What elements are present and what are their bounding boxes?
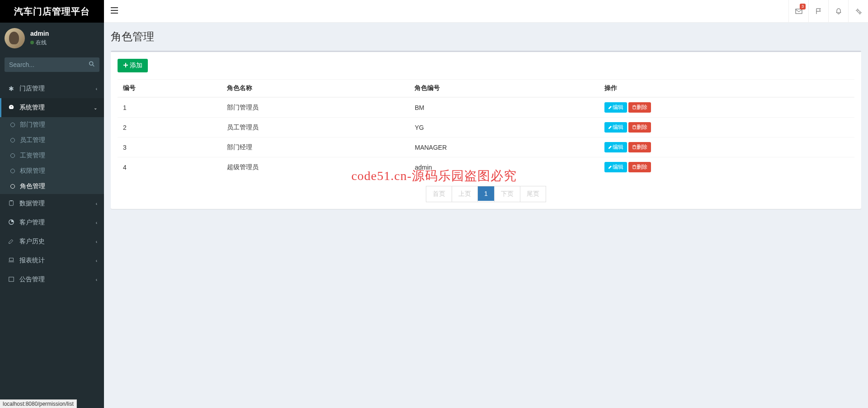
nav-label: 系统管理 — [19, 104, 94, 112]
cell-ops: 编辑 删除 — [599, 97, 854, 118]
page-link: 尾页 — [520, 186, 546, 202]
add-button[interactable]: 添加 — [118, 59, 148, 72]
page-link: 上页 — [452, 186, 477, 202]
laptop-icon — [7, 257, 16, 265]
username: admin — [30, 30, 49, 37]
trash-icon — [632, 164, 637, 171]
svg-rect-7 — [796, 9, 802, 14]
status-dot-icon — [30, 41, 34, 44]
nav-item-system[interactable]: 系统管理 ⌄ — [0, 98, 104, 117]
pencil-icon — [608, 124, 613, 131]
gears-icon — [855, 8, 862, 15]
nav-item-history[interactable]: 客户历史 ‹ — [0, 232, 104, 251]
main: 3 角色管理 添加 编号 角色名称 — [104, 0, 868, 408]
nav-label: 数据管理 — [19, 199, 96, 208]
circle-icon — [9, 167, 16, 175]
mail-badge: 3 — [800, 4, 806, 9]
chevron-left-icon: ‹ — [96, 201, 97, 206]
delete-button[interactable]: 删除 — [628, 102, 651, 113]
brand-logo: 汽车门店管理平台 — [0, 0, 104, 23]
svg-rect-3 — [10, 200, 12, 201]
search-box — [5, 57, 99, 72]
cell-code: YG — [409, 118, 599, 138]
sub-item-role[interactable]: 角色管理 — [0, 179, 104, 194]
delete-button[interactable]: 删除 — [628, 142, 651, 152]
cell-id: 1 — [118, 97, 222, 118]
pie-chart-icon — [7, 219, 16, 227]
mail-button[interactable]: 3 — [788, 0, 808, 22]
nav-item-data[interactable]: 数据管理 ‹ — [0, 194, 104, 213]
sub-label: 角色管理 — [20, 182, 45, 190]
hamburger-icon[interactable] — [111, 7, 118, 15]
page-prev[interactable]: 上页 — [452, 186, 478, 202]
gears-button[interactable] — [848, 0, 868, 22]
cell-name: 部门管理员 — [222, 97, 410, 118]
delete-button[interactable]: 删除 — [628, 162, 651, 172]
chevron-left-icon: ‹ — [96, 220, 97, 225]
edit-button[interactable]: 编辑 — [604, 162, 627, 172]
search-input[interactable] — [5, 57, 99, 72]
bell-button[interactable] — [828, 0, 848, 22]
chevron-left-icon: ‹ — [96, 258, 97, 263]
user-status: 在线 — [30, 39, 49, 47]
flag-button[interactable] — [808, 0, 828, 22]
sub-item-permission[interactable]: 权限管理 — [0, 163, 104, 179]
content: 添加 编号 角色名称 角色编号 操作 1部门管理员BM 编辑 删除2员工管理员Y… — [104, 51, 868, 216]
cell-id: 2 — [118, 118, 222, 138]
page-first[interactable]: 首页 — [426, 186, 452, 202]
pagination: 首页 上页 1 下页 尾页 — [118, 186, 854, 202]
edit-button[interactable]: 编辑 — [604, 102, 627, 113]
chevron-down-icon: ⌄ — [94, 105, 97, 110]
svg-point-0 — [90, 62, 93, 65]
sub-item-salary[interactable]: 工资管理 — [0, 148, 104, 163]
circle-icon — [9, 137, 16, 144]
nav-label: 客户历史 — [19, 237, 96, 246]
plus-icon — [123, 62, 128, 69]
sub-item-department[interactable]: 部门管理 — [0, 117, 104, 133]
nav-label: 报表统计 — [19, 256, 96, 265]
edit-button[interactable]: 编辑 — [604, 142, 627, 152]
cell-ops: 编辑 删除 — [599, 138, 854, 157]
sub-item-employee[interactable]: 员工管理 — [0, 133, 104, 148]
cell-name: 部门经理 — [222, 138, 410, 157]
nav-item-announce[interactable]: 公告管理 ‹ — [0, 270, 104, 289]
avatar[interactable] — [5, 28, 25, 48]
page-title: 角色管理 — [111, 29, 861, 44]
svg-point-9 — [859, 12, 861, 14]
user-panel: admin 在线 — [0, 23, 104, 54]
nav-label: 公告管理 — [19, 275, 96, 284]
svg-rect-5 — [9, 258, 14, 261]
cell-ops: 编辑 删除 — [599, 118, 854, 138]
trash-icon — [632, 144, 637, 151]
page-link: 首页 — [426, 186, 452, 202]
box: 添加 编号 角色名称 角色编号 操作 1部门管理员BM 编辑 删除2员工管理员Y… — [111, 51, 861, 209]
nav-item-store[interactable]: ✱ 门店管理 ‹ — [0, 79, 104, 98]
nav-submenu-system: 部门管理 员工管理 工资管理 权限管理 角色管理 — [0, 117, 104, 194]
page-current[interactable]: 1 — [478, 186, 495, 202]
clipboard-icon — [7, 200, 16, 208]
page-last[interactable]: 尾页 — [520, 186, 546, 202]
page-next[interactable]: 下页 — [495, 186, 520, 202]
cell-code: BM — [409, 97, 599, 118]
flag-icon — [815, 8, 822, 15]
table-row: 1部门管理员BM 编辑 删除 — [118, 97, 854, 118]
nav-item-report[interactable]: 报表统计 ‹ — [0, 251, 104, 270]
circle-icon — [9, 183, 16, 190]
joomla-icon: ✱ — [7, 85, 16, 92]
table-header-row: 编号 角色名称 角色编号 操作 — [118, 80, 854, 98]
nav-label: 门店管理 — [19, 85, 96, 93]
svg-line-1 — [93, 65, 94, 66]
search-icon[interactable] — [89, 61, 95, 69]
nav-item-customer[interactable]: 客户管理 ‹ — [0, 213, 104, 232]
content-header: 角色管理 — [104, 23, 868, 51]
edit-button[interactable]: 编辑 — [604, 122, 627, 133]
status-text: 在线 — [36, 39, 47, 46]
svg-rect-6 — [9, 277, 14, 281]
cell-code: admin — [409, 157, 599, 177]
topbar: 3 — [104, 0, 868, 23]
delete-button[interactable]: 删除 — [628, 122, 651, 133]
th-ops: 操作 — [599, 80, 854, 98]
table-row: 3部门经理MANAGER 编辑 删除 — [118, 138, 854, 157]
th-code: 角色编号 — [409, 80, 599, 98]
cell-id: 3 — [118, 138, 222, 157]
